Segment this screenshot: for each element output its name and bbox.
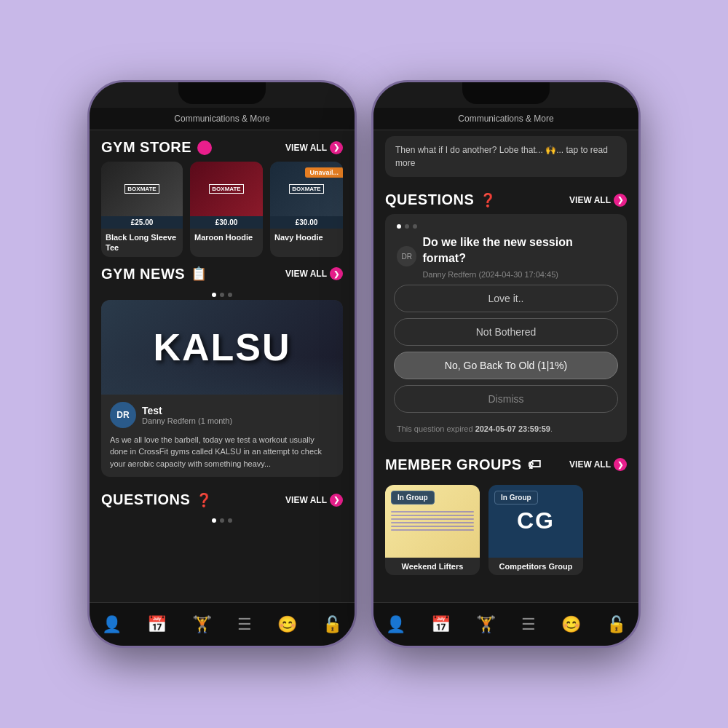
nav-calendar-2[interactable]: 📅 — [431, 615, 451, 634]
bottom-nav-2: 👤 📅 🏋 ☰ 😊 🔓 — [373, 602, 638, 646]
nav-face-2[interactable]: 😊 — [561, 615, 581, 634]
questions-title-1: QUESTIONS ❓ — [101, 491, 213, 508]
q-ind-dot-3 — [413, 224, 417, 229]
line-2 — [391, 515, 474, 516]
question-author-avatar: DR — [397, 246, 416, 266]
store-item-name-3: Navy Hoodie — [270, 229, 343, 246]
questions-header-2: QUESTIONS ❓ VIEW ALL ❯ — [373, 183, 638, 214]
phone-screen-1: Communications & More GYM STORE VIEW ALL… — [90, 82, 355, 646]
line-4 — [391, 522, 474, 523]
store-items-list: £25.00 Black Long Sleeve Tee £30.00 Maro… — [90, 162, 355, 257]
phone-1: Communications & More GYM STORE VIEW ALL… — [87, 80, 357, 648]
news-card[interactable]: KALSU DR Test Danny Redfern (1 month) As… — [101, 300, 343, 478]
questions-header-1: QUESTIONS ❓ VIEW ALL ❯ — [90, 483, 355, 514]
nav-calendar-1[interactable]: 📅 — [147, 615, 167, 634]
poll-option-love-it[interactable]: Love it.. — [394, 285, 618, 312]
in-group-badge-1: In Group — [391, 491, 435, 505]
group-card-weekend-lifters[interactable]: In Group Weekend Lifters — [385, 485, 480, 575]
news-dots — [90, 288, 355, 300]
gym-store-view-all[interactable]: VIEW ALL ❯ — [285, 141, 343, 154]
q-ind-dot-1 — [397, 224, 401, 229]
poll-option-go-back[interactable]: No, Go Back To Old (1|1%) — [394, 352, 618, 379]
question-author-name: Danny Redfern (2024-04-30 17:04:45) — [422, 270, 615, 279]
poll-option-not-bothered[interactable]: Not Bothered — [394, 318, 618, 346]
gym-news-view-all[interactable]: VIEW ALL ❯ — [285, 267, 343, 280]
member-groups-header: MEMBER GROUPS 🏷 VIEW ALL ❯ — [373, 448, 638, 479]
poll-option-dismiss[interactable]: Dismiss — [394, 385, 618, 413]
question-expiry: This question expired 2024-05-07 23:59:5… — [385, 422, 627, 442]
message-bubble: Then what if I do another? Lobe that... … — [385, 136, 627, 177]
member-groups-view-all[interactable]: VIEW ALL ❯ — [569, 458, 627, 471]
store-item-img-1 — [101, 162, 183, 216]
view-all-arrow-icon: ❯ — [330, 141, 343, 154]
store-item-img-2 — [190, 162, 263, 216]
groups-grid: In Group Weekend Lifters CG In Group Com… — [373, 479, 638, 584]
questions-icon-1: ❓ — [196, 492, 213, 508]
phone-screen-2: Communications & More Then what if I do … — [373, 82, 638, 646]
line-1 — [391, 511, 474, 513]
store-item-img-3: Unavail... — [270, 162, 343, 216]
expiry-date: 2024-05-07 23:59:59 — [475, 424, 550, 433]
nav-person-1[interactable]: 👤 — [102, 615, 122, 634]
news-excerpt: As we all love the barbell, today we tes… — [110, 434, 334, 470]
gym-store-title: GYM STORE — [101, 139, 212, 156]
line-3 — [391, 518, 474, 520]
news-icon: 📋 — [191, 266, 207, 282]
q-dot-2 — [220, 518, 224, 523]
store-item-price-3: £30.00 — [270, 216, 343, 229]
question-text: Do we like the new session format? — [422, 234, 615, 267]
line-6 — [391, 529, 474, 531]
store-item-price-2: £30.00 — [190, 216, 263, 229]
gym-store-header: GYM STORE VIEW ALL ❯ — [90, 130, 355, 162]
store-item-3[interactable]: Unavail... £30.00 Navy Hoodie — [270, 162, 343, 257]
nav-list-1[interactable]: ☰ — [237, 615, 252, 634]
q-dot-1 — [212, 518, 216, 523]
nav-lock-1[interactable]: 🔓 — [323, 615, 342, 634]
nav-lock-2[interactable]: 🔓 — [606, 615, 626, 634]
nav-dumbbell-2[interactable]: 🏋 — [476, 615, 496, 634]
group-card-image-1: In Group — [385, 485, 480, 558]
store-dot-icon — [197, 141, 212, 155]
store-item-2[interactable]: £30.00 Maroon Hoodie — [190, 162, 263, 257]
bottom-nav-1: 👤 📅 🏋 ☰ 😊 🔓 — [90, 602, 355, 646]
questions-panel: DR Do we like the new session format? Da… — [385, 214, 627, 442]
store-item-name-1: Black Long Sleeve Tee — [101, 229, 183, 257]
q-dot-3 — [228, 518, 232, 523]
news-card-image: KALSU — [101, 300, 343, 395]
cg-initials: CG — [517, 507, 555, 534]
nav-list-2[interactable]: ☰ — [521, 615, 536, 634]
notebook-lines — [391, 509, 474, 533]
questions-view-all-1[interactable]: VIEW ALL ❯ — [285, 494, 343, 507]
nav-face-1[interactable]: 😊 — [277, 615, 297, 634]
news-subtitle: Danny Redfern (1 month) — [142, 416, 232, 425]
questions-view-all-2[interactable]: VIEW ALL ❯ — [569, 194, 627, 207]
news-card-body: DR Test Danny Redfern (1 month) As we al… — [101, 395, 343, 478]
author-avatar: DR — [110, 402, 136, 428]
top-bar-2: Communications & More — [373, 108, 638, 130]
member-groups-title: MEMBER GROUPS 🏷 — [385, 456, 541, 473]
dot-2 — [220, 293, 224, 297]
group-name-2: Competitors Group — [488, 558, 583, 575]
kalsu-text: KALSU — [153, 325, 290, 369]
store-item-price-1: £25.00 — [101, 216, 183, 229]
screen-content-2: Communications & More Then what if I do … — [373, 108, 638, 602]
view-all-arrow-groups: ❯ — [614, 458, 627, 471]
top-bar-1: Communications & More — [90, 108, 355, 130]
dot-3 — [228, 293, 232, 297]
nav-person-2[interactable]: 👤 — [386, 615, 405, 634]
dot-1 — [212, 293, 216, 297]
unavail-badge: Unavail... — [305, 167, 343, 178]
view-all-arrow-q1: ❯ — [330, 494, 343, 507]
group-name-1: Weekend Lifters — [385, 558, 480, 575]
phone-2: Communications & More Then what if I do … — [371, 80, 641, 648]
store-item-1[interactable]: £25.00 Black Long Sleeve Tee — [101, 162, 183, 257]
question-author-row: DR Do we like the new session format? Da… — [397, 234, 615, 279]
nav-dumbbell-1[interactable]: 🏋 — [192, 615, 212, 634]
group-card-competitors[interactable]: CG In Group Competitors Group — [488, 485, 583, 575]
groups-icon: 🏷 — [528, 457, 542, 472]
line-5 — [391, 526, 474, 527]
phone-notch-1 — [178, 82, 266, 104]
gym-news-header: GYM NEWS 📋 VIEW ALL ❯ — [90, 257, 355, 288]
questions-icon-2: ❓ — [480, 192, 496, 208]
questions-title-2: QUESTIONS ❓ — [385, 191, 496, 208]
